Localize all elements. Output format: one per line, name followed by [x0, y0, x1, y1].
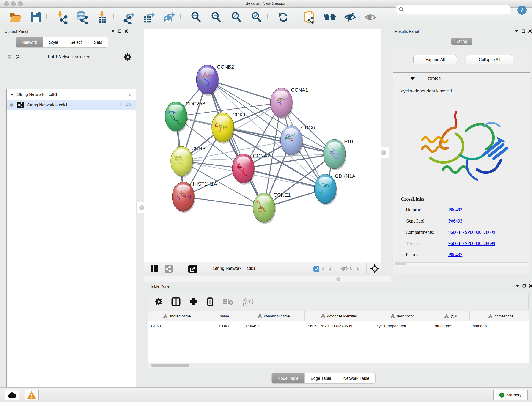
export-image-button[interactable]: [163, 11, 176, 24]
node-RB1[interactable]: RB1: [323, 138, 354, 170]
tab-edge-table[interactable]: Edge Table: [305, 373, 337, 384]
node-CCNE1[interactable]: CCNE1: [253, 192, 291, 224]
column-header-namespace[interactable]: namespace: [470, 312, 529, 321]
refresh-button[interactable]: [277, 11, 290, 24]
tab-sets[interactable]: Sets: [88, 37, 108, 48]
node-CDC6[interactable]: CDC6: [280, 125, 315, 157]
table-cell[interactable]: stringdb:9...: [432, 321, 470, 331]
crosslink-row: Compartments:9606.ENSP00000378699: [406, 230, 525, 235]
edge-HIST1H1A-CCNE1[interactable]: [183, 197, 264, 208]
tree-caret-icon[interactable]: [10, 93, 14, 96]
import-database-button[interactable]: [76, 11, 89, 24]
table-cell[interactable]: 9606.ENSP00000378699: [305, 321, 374, 331]
node-CCNA1[interactable]: CCNA1: [270, 87, 308, 119]
column-header-description[interactable]: description: [374, 312, 432, 321]
table-panel-title: Table Panel: [150, 284, 171, 289]
open-folder-button[interactable]: [9, 11, 22, 24]
tab-node-table[interactable]: Node Table: [272, 373, 305, 384]
section-hscrollbar[interactable]: [394, 262, 528, 266]
column-header-name[interactable]: name: [206, 312, 243, 321]
crosslink-link[interactable]: P06493: [448, 218, 462, 224]
add-column-icon[interactable]: [189, 298, 197, 306]
zoom-in-button[interactable]: [190, 11, 203, 24]
warnings-button[interactable]: [25, 390, 39, 400]
panel-menu-caret-icon[interactable]: [515, 30, 519, 32]
crosslink-link[interactable]: 9606.ENSP00000378699: [448, 230, 495, 235]
table-cell[interactable]: cyclin-dependent ...: [374, 321, 432, 331]
panel-close-icon[interactable]: [529, 284, 532, 288]
column-header--id[interactable]: @id: [432, 312, 470, 321]
control-panel-tabs: NetworkStyleSelectSets: [16, 37, 108, 48]
node-table[interactable]: shared namenamecanonical namedatabase id…: [148, 311, 529, 363]
column-label: namespace: [494, 314, 513, 318]
tab-style[interactable]: Style: [43, 37, 64, 48]
string-documents-button[interactable]: [303, 11, 316, 24]
show-columns-icon[interactable]: [171, 297, 181, 306]
tree-row[interactable]: String Network – cdk11: [7, 89, 136, 100]
cloud-button[interactable]: [5, 390, 19, 400]
table-row[interactable]: CDK1CDK1P064939606.ENSP00000378699cyclin…: [148, 321, 529, 331]
node-CCNB1[interactable]: CCNB1: [171, 146, 209, 177]
help-button[interactable]: ?: [517, 5, 527, 15]
node-CCNB2[interactable]: CCNB2: [196, 64, 234, 96]
table-cell[interactable]: CDK1: [148, 321, 206, 331]
column-header-canonical-name[interactable]: canonical name: [243, 312, 305, 321]
current-network-dot: [10, 103, 13, 107]
node-CDK1[interactable]: CDK1: [212, 112, 246, 144]
open-new-window-icon[interactable]: [188, 265, 197, 274]
crosslink-label: GeneCard:: [406, 218, 448, 224]
save-button[interactable]: [29, 11, 42, 24]
node-HIST1H1A[interactable]: HIST1H1A: [172, 181, 217, 213]
import-table-button[interactable]: [96, 11, 109, 24]
tab-string[interactable]: String: [451, 38, 472, 45]
panel-float-icon[interactable]: [118, 29, 121, 33]
table-hscrollbar[interactable]: [148, 363, 529, 368]
tab-select[interactable]: Select: [64, 37, 88, 48]
crosslink-link[interactable]: 9606.ENSP00000378699: [448, 241, 495, 246]
table-cell[interactable]: P06493: [243, 321, 305, 331]
edge-CCNB2-CCNE1[interactable]: [207, 80, 264, 208]
expand-all-button[interactable]: Expand All: [413, 55, 457, 64]
column-header-shared-name[interactable]: shared name: [148, 312, 206, 321]
collapse-all-button[interactable]: Collapse All: [466, 55, 513, 64]
svg-text:f(x): f(x): [243, 297, 254, 306]
import-network-button[interactable]: [56, 11, 69, 24]
network-tree: String Network – cdk11String Network – c…: [6, 89, 136, 402]
panel-menu-caret-icon[interactable]: [515, 285, 519, 287]
zoom-out-button[interactable]: [210, 11, 223, 24]
eye-slash-button[interactable]: [344, 11, 356, 24]
delete-column-icon[interactable]: [206, 297, 214, 306]
network-canvas[interactable]: CCNB2CCNA1CDC25BCDK1CDC6RB1CCNB1CCNA2CDK…: [144, 29, 381, 262]
hidden-eye-slash-icon[interactable]: [341, 265, 348, 272]
table-cell[interactable]: CDK1: [206, 321, 243, 331]
table-cell[interactable]: stringdb: [470, 321, 529, 331]
panel-menu-caret-icon[interactable]: [111, 30, 115, 32]
crosslink-link[interactable]: P06493: [448, 252, 462, 257]
tree-row[interactable]: String Network – cdk11148: [7, 100, 136, 110]
share-network-icon[interactable]: [165, 265, 173, 273]
zoom-selected-button[interactable]: [250, 11, 263, 24]
panel-close-icon[interactable]: [125, 29, 128, 33]
birds-eye-crosshair-icon[interactable]: [370, 264, 380, 274]
column-header-database-identifier[interactable]: database identifier: [305, 312, 374, 321]
homes-button[interactable]: [323, 11, 336, 24]
panel-close-icon[interactable]: [528, 29, 532, 33]
search-input[interactable]: [404, 7, 504, 12]
section-caret-icon[interactable]: [410, 77, 415, 80]
zoom-fit-button[interactable]: [230, 11, 243, 24]
table-settings-gear-icon[interactable]: [155, 298, 163, 306]
tab-network[interactable]: Network: [16, 37, 43, 48]
crosslink-link[interactable]: P06493: [448, 207, 462, 212]
grid-view-icon[interactable]: [151, 265, 158, 273]
export-network-button[interactable]: [123, 11, 136, 24]
tab-network-table[interactable]: Network Table: [337, 373, 376, 384]
panel-float-icon[interactable]: [522, 29, 525, 33]
right-splitter-handle[interactable]: [378, 147, 389, 158]
selected-checkbox-icon[interactable]: [313, 266, 319, 272]
memory-button[interactable]: Memory: [493, 390, 528, 400]
panel-float-icon[interactable]: [522, 284, 526, 288]
network-options-gear-icon[interactable]: [124, 53, 132, 61]
export-table-button[interactable]: [143, 11, 156, 24]
eye-gray-button[interactable]: [364, 11, 377, 24]
node-CDKN1A[interactable]: CDKN1A: [314, 173, 355, 205]
